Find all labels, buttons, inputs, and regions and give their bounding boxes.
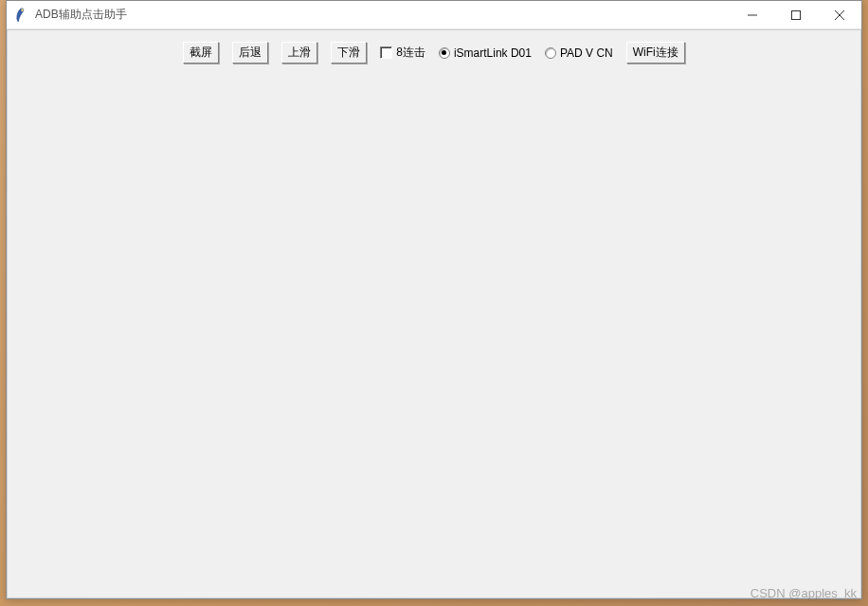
- svg-rect-2: [792, 10, 801, 19]
- client-area: 截屏 后退 上滑 下滑 8连击 iSmartLink D01 PAD V CN …: [7, 29, 861, 598]
- watermark: CSDN @apples_kk: [750, 586, 857, 600]
- maximize-button[interactable]: [774, 1, 818, 28]
- scroll-down-button[interactable]: 下滑: [331, 42, 367, 64]
- window-title: ADB辅助点击助手: [35, 7, 731, 23]
- scroll-up-button[interactable]: 上滑: [281, 42, 317, 64]
- minimize-button[interactable]: [731, 1, 774, 28]
- application-window: ADB辅助点击助手 截屏 后退 上滑 下滑 8连击 iS: [6, 0, 862, 599]
- radio-ismartlink-label: iSmartLink D01: [454, 46, 532, 60]
- window-controls: [731, 1, 861, 28]
- toolbar: 截屏 后退 上滑 下滑 8连击 iSmartLink D01 PAD V CN …: [8, 38, 860, 67]
- back-button[interactable]: 后退: [232, 42, 268, 64]
- screenshot-button[interactable]: 截屏: [183, 42, 219, 64]
- close-button[interactable]: [818, 1, 861, 28]
- app-icon: [14, 8, 29, 23]
- radio-pad-label: PAD V CN: [560, 46, 613, 60]
- radio-circle-icon: [439, 47, 450, 59]
- eight-click-checkbox[interactable]: 8连击: [380, 45, 425, 61]
- titlebar[interactable]: ADB辅助点击助手: [7, 1, 861, 29]
- radio-circle-icon: [545, 47, 556, 59]
- eight-click-label: 8连击: [396, 45, 425, 61]
- svg-point-0: [21, 9, 23, 11]
- wifi-connect-button[interactable]: WiFi连接: [626, 42, 685, 64]
- radio-ismartlink[interactable]: iSmartLink D01: [439, 46, 532, 60]
- checkbox-box-icon: [380, 46, 392, 59]
- radio-pad[interactable]: PAD V CN: [545, 46, 613, 60]
